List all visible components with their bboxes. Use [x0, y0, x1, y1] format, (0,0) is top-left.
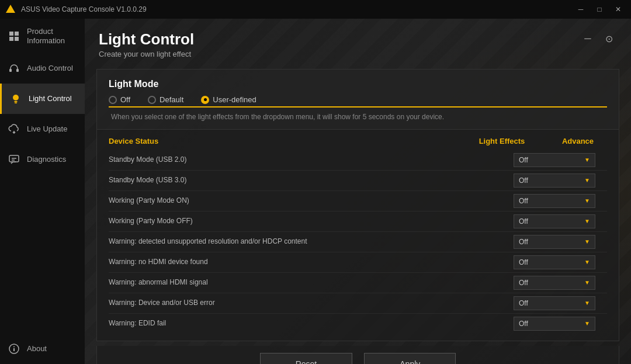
title-bar: ASUS Video Capture Console V1.0.0.29 ─ □…: [0, 0, 631, 19]
header-text: Light Control Create your own light effe…: [99, 30, 194, 58]
row-dropdown-1: Off▼: [514, 174, 595, 188]
button-row: Reset Apply: [96, 346, 619, 364]
row-dropdown-4: Off▼: [514, 235, 595, 249]
sidebar-label-about: About: [27, 344, 47, 353]
dropdown-arrow-icon: ▼: [584, 197, 590, 204]
row-label-5: Warning: no HDMI device found: [109, 258, 514, 267]
row-dropdown-6: Off▼: [514, 276, 595, 290]
table-row: Working (Party Mode OFF)Off▼: [109, 212, 607, 232]
table-row: Warning: no HDMI device foundOff▼: [109, 252, 607, 273]
row-label-4: Warning: detected unsupported resolution…: [109, 237, 514, 247]
apply-button[interactable]: Apply: [364, 353, 456, 364]
svg-rect-6: [16, 69, 19, 72]
table-row: Warning: detected unsupported resolution…: [109, 232, 607, 252]
row-label-3: Working (Party Mode OFF): [109, 217, 514, 226]
chat-icon: [7, 152, 21, 167]
row-dropdown-3: Off▼: [514, 214, 595, 228]
radio-label-default: Default: [160, 95, 183, 104]
cloud-icon: [7, 122, 21, 136]
svg-point-7: [13, 95, 19, 100]
bulb-icon: [9, 92, 23, 106]
page-title: Light Control: [99, 30, 194, 48]
light-mode-description: When you select one of the light effects…: [109, 112, 607, 122]
svg-rect-3: [9, 37, 13, 41]
dropdown-value-6: Off: [519, 279, 528, 287]
dropdown-value-7: Off: [519, 299, 528, 307]
sidebar-item-audio-control[interactable]: Audio Control: [0, 53, 85, 84]
dropdown-arrow-icon: ▼: [584, 157, 590, 163]
row-label-7: Warning: Device and/or USB error: [109, 299, 514, 308]
dropdown-arrow-icon: ▼: [584, 238, 590, 245]
sidebar-label-product-information: Product Information: [27, 27, 78, 45]
light-mode-radio-group: Off Default User-defined: [109, 95, 607, 104]
header-expand-button[interactable]: ⊙: [601, 30, 617, 47]
table-row: Working (Party Mode ON)Off▼: [109, 191, 607, 212]
maximize-button[interactable]: □: [591, 4, 608, 15]
headphone-icon: [7, 61, 21, 75]
radio-default[interactable]: Default: [148, 95, 183, 104]
svg-marker-0: [6, 5, 15, 13]
row-label-0: Standby Mode (USB 2.0): [109, 155, 514, 165]
sidebar-item-about[interactable]: About: [0, 334, 85, 364]
dropdown-control-5[interactable]: Off▼: [514, 255, 595, 269]
row-dropdown-2: Off▼: [514, 194, 595, 208]
content-area: Light Control Create your own light effe…: [85, 19, 631, 364]
sidebar-item-live-update[interactable]: Live Update: [0, 114, 85, 144]
radio-circle-user-defined: [201, 96, 209, 104]
dropdown-control-2[interactable]: Off▼: [514, 194, 595, 208]
table-row: Warning: abnormal HDMI signalOff▼: [109, 273, 607, 293]
sidebar: Product Information Audio Control Li: [0, 19, 85, 364]
dropdown-value-1: Off: [519, 176, 528, 185]
dropdown-arrow-icon: ▼: [584, 218, 590, 224]
minimize-button[interactable]: ─: [573, 4, 589, 15]
dropdown-control-8[interactable]: Off▼: [514, 317, 595, 331]
radio-underline: [109, 106, 607, 108]
radio-label-user-defined: User-defined: [213, 95, 256, 104]
svg-rect-8: [15, 101, 18, 102]
table-row: Warning: Device and/or USB errorOff▼: [109, 293, 607, 314]
page-subtitle: Create your own light effect: [99, 50, 194, 58]
sidebar-label-diagnostics: Diagnostics: [27, 155, 66, 164]
radio-off[interactable]: Off: [109, 95, 130, 104]
dropdown-arrow-icon: ▼: [584, 259, 590, 265]
svg-rect-5: [9, 69, 12, 72]
sidebar-item-product-information[interactable]: Product Information: [0, 19, 85, 53]
sidebar-item-light-control[interactable]: Light Control: [0, 84, 85, 114]
grid-icon: [7, 29, 21, 43]
svg-rect-4: [15, 37, 19, 41]
dropdown-value-0: Off: [519, 156, 528, 164]
radio-label-off: Off: [120, 95, 130, 104]
reset-button[interactable]: Reset: [260, 353, 353, 364]
dropdown-control-6[interactable]: Off▼: [514, 276, 595, 290]
dropdown-arrow-icon: ▼: [584, 300, 590, 306]
sidebar-item-diagnostics[interactable]: Diagnostics: [0, 144, 85, 175]
close-button[interactable]: ✕: [610, 4, 626, 15]
svg-rect-9: [15, 103, 17, 104]
dropdown-value-5: Off: [519, 258, 528, 266]
header-controls: ─ ⊙: [580, 30, 617, 47]
light-mode-section: Light Mode Off Default User-defined: [97, 70, 619, 130]
svg-rect-1: [9, 32, 13, 36]
dropdown-control-3[interactable]: Off▼: [514, 214, 595, 228]
radio-user-defined[interactable]: User-defined: [201, 95, 256, 104]
header-minimize-button[interactable]: ─: [580, 30, 596, 47]
sidebar-label-live-update: Live Update: [27, 124, 67, 134]
dropdown-control-7[interactable]: Off▼: [514, 296, 595, 310]
dropdown-arrow-icon: ▼: [584, 279, 590, 286]
table-header-advance: Advance: [549, 137, 607, 145]
dropdown-value-4: Off: [519, 238, 528, 246]
dropdown-control-0[interactable]: Off▼: [514, 153, 595, 167]
table-row: Standby Mode (USB 2.0)Off▼: [109, 150, 607, 171]
dropdown-control-4[interactable]: Off▼: [514, 235, 595, 249]
radio-circle-off: [109, 96, 117, 104]
row-label-2: Working (Party Mode ON): [109, 196, 514, 206]
table-header-light-effects: Light Effects: [455, 137, 549, 145]
app-logo: [5, 4, 16, 15]
row-dropdown-5: Off▼: [514, 255, 595, 269]
dropdown-arrow-icon: ▼: [584, 177, 590, 183]
dropdown-value-3: Off: [519, 217, 528, 226]
sidebar-label-light-control: Light Control: [29, 94, 72, 103]
row-dropdown-8: Off▼: [514, 317, 595, 331]
dropdown-control-1[interactable]: Off▼: [514, 174, 595, 188]
sidebar-label-audio-control: Audio Control: [27, 64, 73, 73]
